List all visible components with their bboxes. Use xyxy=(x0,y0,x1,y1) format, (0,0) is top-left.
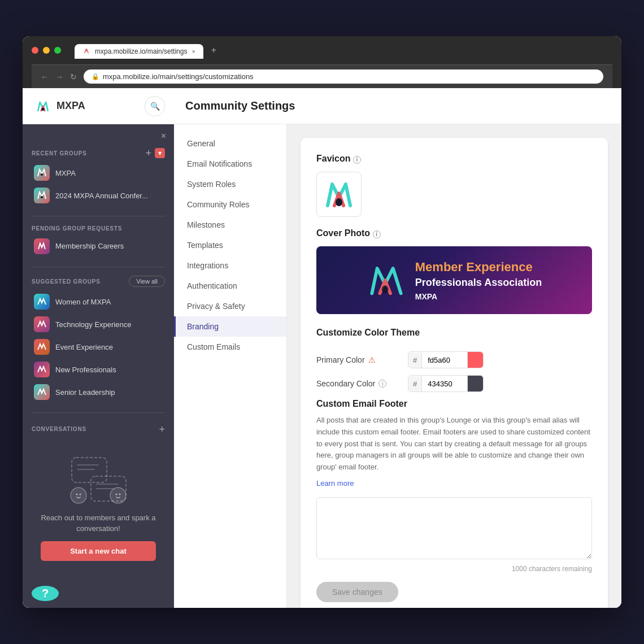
svg-point-17 xyxy=(336,198,342,206)
chat-illustration-icon xyxy=(67,455,129,506)
suggested-group-women[interactable]: Women of MXPA xyxy=(32,290,165,313)
cover-photo-preview: Member Experience Professionals Associat… xyxy=(316,246,592,314)
pending-group-membership[interactable]: Membership Careers xyxy=(32,235,165,258)
svg-point-10 xyxy=(80,493,81,495)
svg-point-14 xyxy=(110,488,126,503)
cover-photo-logo xyxy=(367,260,406,300)
learn-more-link[interactable]: Learn more xyxy=(316,479,354,488)
address-bar[interactable]: 🔒 mxpa.mobilize.io/main/settings/customi… xyxy=(84,69,603,84)
email-footer-description: All posts that are created in this group… xyxy=(316,415,592,473)
sidebar-close-button[interactable]: × xyxy=(161,131,166,141)
svg-point-9 xyxy=(76,493,78,495)
cover-brand-text: MXPA xyxy=(415,292,542,301)
pending-group-name: Membership Careers xyxy=(55,242,124,250)
tab-url-label: mxpa.mobilize.io/main/settings xyxy=(95,47,187,55)
minimize-traffic-light[interactable] xyxy=(43,47,50,54)
settings-nav-branding[interactable]: Branding xyxy=(174,316,286,337)
suggested-group-tech[interactable]: Technology Experience xyxy=(32,313,165,336)
group-dropdown-button[interactable]: ▾ xyxy=(155,148,165,158)
settings-nav-community-roles[interactable]: Community Roles xyxy=(174,194,286,215)
cover-photo-info-icon[interactable]: i xyxy=(373,230,381,238)
secondary-color-row: Secondary Color i # xyxy=(316,375,592,392)
add-group-button[interactable]: + xyxy=(145,148,151,158)
brand-logo[interactable]: MXPA xyxy=(34,97,136,115)
primary-color-hex-input[interactable] xyxy=(422,353,467,368)
settings-content-area: Favicon i xyxy=(287,124,621,608)
conversations-title: CONVERSATIONS xyxy=(32,426,86,432)
settings-nav-custom-emails[interactable]: Custom Emails xyxy=(174,337,286,357)
brand-name: MXPA xyxy=(56,100,85,112)
favicon-label: Favicon xyxy=(316,154,350,163)
save-changes-button[interactable]: Save changes xyxy=(316,582,398,602)
favicon-section-title: Favicon i xyxy=(316,154,592,164)
tab-close-icon[interactable]: × xyxy=(192,48,195,55)
close-traffic-light[interactable] xyxy=(32,47,38,54)
secondary-hash-symbol: # xyxy=(408,376,422,391)
suggested-group-event[interactable]: Event Experience xyxy=(32,336,165,358)
settings-nav-authentication[interactable]: Authentication xyxy=(174,276,286,296)
url-text: mxpa.mobilize.io/main/settings/customiza… xyxy=(103,72,254,81)
refresh-button[interactable]: ↻ xyxy=(70,72,77,81)
email-footer-textarea[interactable] xyxy=(316,497,592,559)
secondary-color-input-group: # xyxy=(408,375,484,392)
view-all-button[interactable]: View all xyxy=(129,276,165,287)
cover-photo-text: Member Experience Professionals Associat… xyxy=(415,260,542,301)
primary-color-row: Primary Color ⚠ # xyxy=(316,351,592,368)
chat-empty-state: Reach out to members and spark a convers… xyxy=(32,443,165,572)
custom-email-title: Custom Email Footer xyxy=(316,399,592,409)
suggested-group-name-tech: Technology Experience xyxy=(55,320,131,329)
back-button[interactable]: ← xyxy=(41,72,49,81)
search-button[interactable]: 🔍 xyxy=(145,96,165,116)
primary-hash-symbol: # xyxy=(408,353,422,368)
chat-empty-text: Reach out to members and spark a convers… xyxy=(41,512,156,534)
suggested-group-name-event: Event Experience xyxy=(55,343,113,351)
settings-nav-templates[interactable]: Templates xyxy=(174,235,286,255)
svg-point-8 xyxy=(71,488,86,503)
suggested-groups-title: SUGGESTED GROUPS xyxy=(32,279,101,285)
suggested-group-name-senior: Senior Leadership xyxy=(55,388,115,397)
settings-nav-integrations[interactable]: Integrations xyxy=(174,255,286,276)
suggested-group-new-prof[interactable]: New Professionals xyxy=(32,358,165,381)
recent-group-name-conference: 2024 MXPA Annual Confer... xyxy=(55,192,148,200)
favicon-info-icon[interactable]: i xyxy=(353,156,361,164)
svg-point-4 xyxy=(41,196,43,198)
primary-color-label: Primary Color xyxy=(316,355,365,364)
suggested-group-senior[interactable]: Senior Leadership xyxy=(32,381,165,403)
settings-nav-milestones[interactable]: Milestones xyxy=(174,215,286,235)
recent-group-mxpa[interactable]: MXPA xyxy=(32,162,165,184)
lock-icon: 🔒 xyxy=(92,73,99,80)
cover-title-text: Member Experience xyxy=(415,260,542,275)
svg-point-15 xyxy=(116,493,118,495)
svg-point-3 xyxy=(41,173,43,176)
settings-nav-general[interactable]: General xyxy=(174,133,286,154)
start-chat-button[interactable]: Start a new chat xyxy=(41,541,156,561)
active-browser-tab[interactable]: mxpa.mobilize.io/main/settings × xyxy=(75,44,203,59)
recent-groups-title: RECENT GROUPS xyxy=(32,150,87,156)
forward-button[interactable]: → xyxy=(55,72,63,81)
maximize-traffic-light[interactable] xyxy=(54,47,61,54)
favicon-preview xyxy=(316,172,362,217)
cover-photo-section-title: Cover Photo i xyxy=(316,228,592,238)
primary-color-input-group: # xyxy=(408,351,484,368)
favicon-image xyxy=(322,177,356,211)
settings-nav-email-notifications[interactable]: Email Notifications xyxy=(174,154,286,174)
help-button[interactable]: ? xyxy=(32,586,59,601)
top-navigation: MXPA 🔍 Community Settings xyxy=(23,88,621,124)
secondary-color-hex-input[interactable] xyxy=(422,376,467,391)
settings-nav-privacy[interactable]: Privacy & Safety xyxy=(174,296,286,316)
primary-color-swatch[interactable] xyxy=(467,352,483,368)
search-icon: 🔍 xyxy=(150,102,160,111)
secondary-color-swatch[interactable] xyxy=(467,376,483,391)
new-tab-button[interactable]: + xyxy=(206,42,222,59)
suggested-group-name-new-prof: New Professionals xyxy=(55,365,116,374)
custom-email-section: Custom Email Footer All posts that are c… xyxy=(316,399,592,573)
settings-nav-system-roles[interactable]: System Roles xyxy=(174,174,286,194)
recent-group-conference[interactable]: 2024 MXPA Annual Confer... xyxy=(32,184,165,207)
primary-color-warning-icon: ⚠ xyxy=(368,355,376,364)
page-title: Community Settings xyxy=(185,99,295,112)
svg-point-16 xyxy=(119,493,121,495)
add-conversation-button[interactable]: + xyxy=(159,424,165,434)
secondary-color-info-icon[interactable]: i xyxy=(378,380,386,388)
branding-settings-panel: Favicon i xyxy=(301,138,608,608)
suggested-group-name-women: Women of MXPA xyxy=(55,298,111,306)
